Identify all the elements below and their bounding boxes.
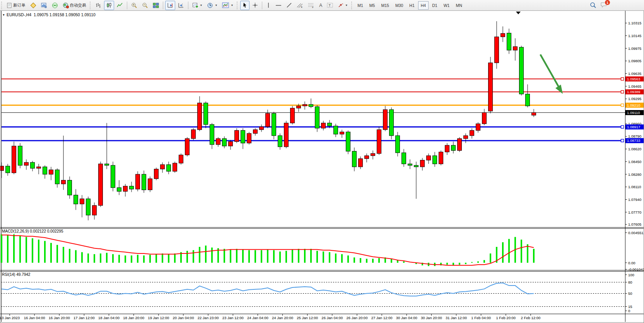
signal-icon <box>52 2 58 8</box>
svg-text:25 Jan 12:00: 25 Jan 12:00 <box>297 316 318 320</box>
timeframe-w1[interactable]: W1 <box>441 1 453 10</box>
quote-close: 1.09110 <box>81 12 96 17</box>
svg-text:-0.001043: -0.001043 <box>628 267 644 272</box>
fibonacci-tool-button[interactable]: F <box>306 1 316 10</box>
time-axis[interactable]: 13 Jan 202316 Jan 04:0016 Jan 20:0017 Ja… <box>0 314 540 320</box>
strategy-tester-button[interactable] <box>50 1 60 10</box>
svg-text:24 Jan 20:00: 24 Jan 20:00 <box>272 316 293 320</box>
arrows-tool-button[interactable]: ▼ <box>336 1 350 10</box>
svg-text:1.09975: 1.09975 <box>628 46 641 51</box>
template-button[interactable]: ▼ <box>220 1 235 10</box>
chart-shift-marker-icon[interactable] <box>516 12 521 14</box>
svg-text:17 Jan 12:00: 17 Jan 12:00 <box>73 316 95 320</box>
svg-text:50: 50 <box>628 291 632 296</box>
new-chart-button[interactable]: ▼ <box>190 1 205 10</box>
vertical-line-icon <box>266 2 271 8</box>
line-chart-button[interactable] <box>115 1 125 10</box>
equidistant-channel-icon: E <box>297 2 303 8</box>
svg-text:1.07605: 1.07605 <box>628 222 641 226</box>
period-button[interactable]: ▼ <box>205 1 219 10</box>
svg-text:16 Jan 04:00: 16 Jan 04:00 <box>24 316 45 320</box>
text-tool-icon: A <box>319 3 322 8</box>
autotrading-button[interactable]: 自动交易 <box>61 1 88 10</box>
price-axis[interactable]: 1.103151.101451.099751.098051.096351.094… <box>625 21 644 226</box>
symbol-dropdown-icon[interactable]: ▼ <box>2 14 5 16</box>
trendline-tool-button[interactable] <box>284 1 294 10</box>
market-watch-button[interactable] <box>28 1 38 10</box>
dropdown-caret-icon: ▼ <box>231 4 233 7</box>
cursor-tool-button[interactable] <box>240 1 249 10</box>
new-order-label: 新订单 <box>13 3 26 8</box>
notifications-button[interactable]: 1 <box>600 2 607 8</box>
timeframe-mn[interactable]: MN <box>453 1 465 10</box>
toolbar-grip <box>1 2 3 9</box>
svg-text:100: 100 <box>628 273 634 277</box>
svg-text:1.10315: 1.10315 <box>628 21 641 25</box>
svg-text:22 Jan 23:00: 22 Jan 23:00 <box>198 316 219 320</box>
bar-chart-button[interactable] <box>93 1 103 10</box>
symbol-title: EURUSD-,H4 <box>7 12 31 17</box>
svg-text:0: 0 <box>628 309 630 313</box>
separator <box>188 2 188 9</box>
timeframe-h1[interactable]: H1 <box>407 1 417 10</box>
timeframe-m30[interactable]: M30 <box>393 1 406 10</box>
trendline-icon <box>286 2 292 8</box>
svg-text:26 Jan 20:00: 26 Jan 20:00 <box>346 316 367 320</box>
svg-text:1.09465: 1.09465 <box>628 84 641 88</box>
svg-text:1.07940: 1.07940 <box>628 197 641 202</box>
timeframe-group: M1M5M15M30H1H4D1W1MN <box>354 1 465 10</box>
svg-text:1.09110: 1.09110 <box>627 110 640 115</box>
data-window-button[interactable] <box>39 1 49 10</box>
hline-tool-button[interactable] <box>273 1 284 10</box>
candlestick-chart-icon <box>106 2 112 8</box>
group-grip <box>351 2 353 9</box>
text-label-icon: T <box>327 2 333 8</box>
svg-text:F: F <box>312 6 314 8</box>
chart-canvas[interactable]: 1.103151.101451.099751.098051.096351.094… <box>0 11 644 323</box>
zoom-out-button[interactable] <box>140 1 150 10</box>
timeframe-m15[interactable]: M15 <box>378 1 391 10</box>
data-window-icon <box>41 2 47 8</box>
svg-text:1.08280: 1.08280 <box>628 172 641 177</box>
vline-tool-button[interactable] <box>264 1 273 10</box>
chart-shift-button[interactable] <box>176 1 186 10</box>
new-order-button[interactable]: 新订单 <box>5 1 27 10</box>
timeframe-d1[interactable]: D1 <box>429 1 440 10</box>
search-icon[interactable] <box>590 2 596 8</box>
svg-text:1.09805: 1.09805 <box>628 59 641 63</box>
dropdown-caret-icon: ▼ <box>345 4 348 7</box>
trend-arrow-annotation[interactable] <box>540 54 563 94</box>
tile-windows-button[interactable] <box>151 1 161 10</box>
svg-text:1.08450: 1.08450 <box>628 160 641 164</box>
text-label-tool-button[interactable]: T <box>325 1 335 10</box>
svg-text:15: 15 <box>628 304 632 309</box>
svg-text:26 Jan 04:00: 26 Jan 04:00 <box>321 316 343 320</box>
crosshair-tool-button[interactable] <box>250 1 260 10</box>
toolbar: 新订单 自动交易 <box>0 0 644 11</box>
timeframe-h4[interactable]: H4 <box>418 1 429 10</box>
svg-text:1.09295: 1.09295 <box>628 97 641 101</box>
channel-tool-button[interactable]: E <box>295 1 305 10</box>
svg-text:1.07770: 1.07770 <box>628 210 641 214</box>
svg-text:20 Jan 04:00: 20 Jan 04:00 <box>173 316 194 320</box>
chart-shift-icon <box>178 2 184 8</box>
svg-text:1.09210: 1.09210 <box>627 103 640 107</box>
timeframe-m5[interactable]: M5 <box>367 1 378 10</box>
notification-badge: 1 <box>605 0 610 5</box>
mt4-window: 新订单 自动交易 <box>0 0 644 323</box>
svg-text:1.09563: 1.09563 <box>627 77 640 81</box>
svg-text:30 Jan 20:00: 30 Jan 20:00 <box>421 316 442 320</box>
svg-text:T: T <box>329 3 331 7</box>
svg-text:2 Feb 12:00: 2 Feb 12:00 <box>521 316 541 320</box>
auto-scroll-button[interactable] <box>165 1 175 10</box>
svg-text:0.004551: 0.004551 <box>628 231 644 235</box>
autotrading-globe-icon <box>63 2 69 8</box>
candlestick-chart-button[interactable] <box>104 1 114 10</box>
text-tool-button[interactable]: A <box>317 1 324 10</box>
timeframe-m1[interactable]: M1 <box>355 1 366 10</box>
svg-text:31 Jan 12:00: 31 Jan 12:00 <box>446 316 467 320</box>
svg-text:1.10145: 1.10145 <box>628 34 641 38</box>
macd-panel: 0.0045510.00-0.001043 <box>1 231 644 272</box>
horizontal-lines-layer <box>1 78 624 142</box>
zoom-in-button[interactable] <box>129 1 139 10</box>
